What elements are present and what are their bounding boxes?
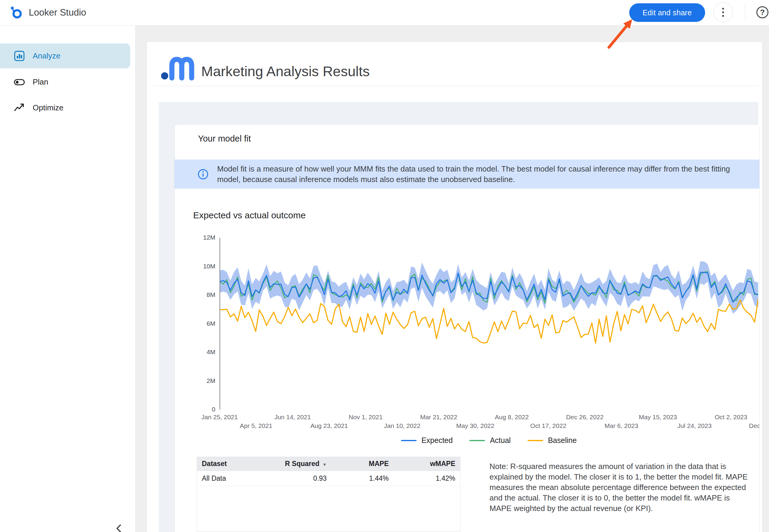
card-heading: Your model fit: [198, 134, 251, 144]
sidebar-item-analyze[interactable]: Analyze: [0, 43, 130, 68]
collapse-sidebar-button[interactable]: [112, 521, 127, 532]
y-axis-tick: 2M: [184, 377, 215, 384]
y-axis-tick: 10M: [184, 263, 215, 270]
table-cell: 0.93: [278, 471, 331, 486]
note-text: Note: R-squared measures the amount of v…: [489, 461, 749, 514]
model-fit-table: DatasetR Squared▼MAPEwMAPE All Data0.931…: [197, 457, 460, 532]
x-axis-tick: Jul 24, 2023: [667, 422, 721, 429]
x-axis-row-1: Jan 25, 2021Jun 14, 2021Nov 1, 2021Mar 2…: [220, 414, 759, 421]
x-axis-tick: Mar 6, 2023: [594, 422, 648, 429]
y-axis-tick: 0: [184, 406, 215, 413]
table-header-wmape[interactable]: wMAPE: [393, 457, 460, 471]
x-axis-tick: May 30, 2022: [448, 422, 502, 429]
toolbar-divider: [745, 4, 745, 21]
app-title: Looker Studio: [29, 7, 86, 18]
kebab-dot: [722, 8, 724, 10]
kebab-dot: [722, 15, 724, 17]
x-axis-tick: Oct 17, 2022: [521, 422, 575, 429]
legend-item-actual[interactable]: Actual: [469, 436, 510, 445]
table-header-mape[interactable]: MAPE: [331, 457, 393, 471]
y-axis-tick: 8M: [184, 291, 215, 298]
legend-label: Expected: [421, 436, 453, 445]
top-app-bar: Looker Studio Edit and share ?: [0, 0, 769, 25]
looker-studio-app: Looker Studio Edit and share ? Analyze: [0, 0, 769, 532]
report-page: Marketing Analysis Results Your model fi…: [147, 42, 762, 532]
table-header-row: DatasetR Squared▼MAPEwMAPE: [197, 457, 460, 471]
sidebar-item-label: Plan: [33, 77, 48, 87]
y-axis-tick: 6M: [184, 320, 215, 327]
header-divider: [153, 86, 759, 86]
x-axis-tick: Mar 21, 2022: [412, 414, 466, 421]
y-axis-tick: 4M: [184, 348, 215, 356]
x-axis-tick: Dec 11, 2023: [741, 422, 759, 429]
table-cell: All Data: [197, 471, 278, 486]
legend-item-expected[interactable]: Expected: [401, 436, 453, 445]
expected-vs-actual-chart[interactable]: [220, 238, 758, 410]
chart-title: Expected vs actual outcome: [193, 210, 306, 220]
looker-studio-logo-icon[interactable]: [9, 5, 23, 19]
report-title: Marketing Analysis Results: [201, 63, 370, 79]
x-axis-tick: Apr 5, 2021: [229, 422, 283, 429]
chevron-left-icon: [113, 522, 125, 532]
sidebar-item-label: Analyze: [33, 51, 61, 61]
table-row: All Data0.931.44%1.42%: [197, 471, 460, 486]
sort-descending-icon: ▼: [322, 462, 327, 467]
info-banner-text: Model fit is a measure of how well your …: [217, 164, 736, 185]
x-axis-tick: Jan 25, 2021: [193, 414, 247, 421]
left-navigation: Analyze Plan Optimize: [0, 25, 136, 532]
more-options-button[interactable]: [713, 2, 733, 22]
kebab-dot: [722, 11, 724, 13]
table-header-r-squared[interactable]: R Squared▼: [278, 457, 331, 471]
baseline-line-swatch: [528, 440, 543, 441]
x-axis-tick: Jun 14, 2021: [266, 414, 320, 421]
info-icon: [197, 169, 209, 180]
help-button[interactable]: ?: [756, 6, 768, 18]
x-axis-row-2: Apr 5, 2021Aug 23, 2021Jan 10, 2022May 3…: [220, 422, 759, 430]
trending-up-icon: [14, 102, 25, 113]
report-canvas: Marketing Analysis Results Your model fi…: [136, 25, 769, 532]
legend-item-baseline[interactable]: Baseline: [528, 436, 577, 445]
table-cell: 1.44%: [331, 471, 393, 486]
x-axis-tick: Jan 10, 2022: [375, 422, 429, 429]
x-axis-tick: Aug 8, 2022: [485, 414, 539, 421]
x-axis-tick: Dec 26, 2022: [558, 414, 612, 421]
x-axis-tick: May 15, 2023: [631, 414, 685, 421]
table-header-dataset[interactable]: Dataset: [197, 457, 278, 471]
marketing-platform-logo-icon: [160, 52, 195, 82]
toggle-icon: [14, 76, 25, 88]
x-axis-tick: Oct 2, 2023: [704, 414, 758, 421]
legend-label: Baseline: [548, 436, 577, 445]
analyze-chart-icon: [14, 50, 25, 61]
x-axis-tick: Nov 1, 2021: [339, 414, 393, 421]
x-axis-tick: Aug 23, 2021: [302, 422, 356, 429]
edit-and-share-button[interactable]: Edit and share: [629, 3, 705, 22]
expected-line-swatch: [401, 440, 417, 441]
info-banner: Model fit is a measure of how well your …: [175, 160, 759, 189]
table-cell: 1.42%: [393, 471, 460, 486]
model-fit-card: Your model fit Model fit is a measure of…: [175, 125, 759, 532]
sidebar-item-optimize[interactable]: Optimize: [0, 96, 130, 119]
sidebar-item-label: Optimize: [33, 103, 64, 112]
y-axis-tick: 12M: [184, 234, 215, 241]
actual-line-swatch: [469, 440, 485, 441]
y-axis: 02M4M6M8M10M12M: [184, 238, 215, 410]
chart-legend: Expected Actual Baseline: [220, 436, 758, 445]
legend-label: Actual: [490, 436, 510, 445]
sidebar-item-plan[interactable]: Plan: [0, 70, 130, 94]
question-mark-icon: ?: [760, 8, 765, 17]
